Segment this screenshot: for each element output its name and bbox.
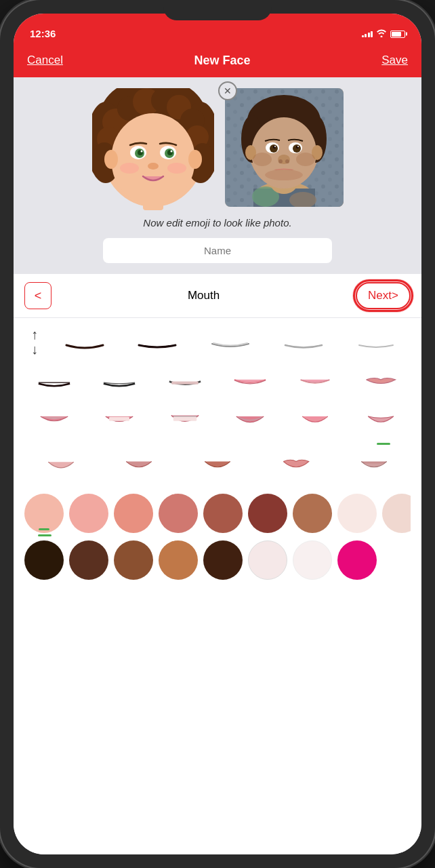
mouth-option-9[interactable] [220,364,280,398]
mouth-option-21[interactable] [260,448,333,481]
mouth-option-4[interactable] [269,325,338,359]
mouth-row-2 [24,364,411,398]
color-swatch-4[interactable] [159,494,198,533]
color-swatch-1[interactable] [24,494,64,533]
photo-preview-container: ✕ [225,88,344,207]
svg-point-23 [140,151,142,153]
mouth-option-8[interactable] [155,364,215,398]
photo-face-svg [225,88,344,207]
phone-frame: 12:36 [0,0,435,868]
color-swatch-17[interactable] [337,540,377,580]
emoji-face-svg [92,88,214,210]
color-swatch-3[interactable] [114,494,153,533]
svg-point-47 [270,144,278,153]
battery-icon [390,31,405,38]
color-swatch-9[interactable] [382,494,411,533]
close-photo-button[interactable]: ✕ [218,81,237,100]
mouth-option-12[interactable] [24,403,84,437]
emoji-preview [92,88,214,210]
svg-rect-61 [173,416,197,421]
mouth-option-7[interactable] [89,364,149,398]
selected-indicator [377,443,390,445]
next-button[interactable]: Next> [356,282,411,309]
back-button[interactable]: < [24,282,51,309]
name-input[interactable] [103,238,331,263]
svg-rect-28 [143,202,163,210]
color-swatch-13[interactable] [159,540,198,580]
section-title: Mouth [188,289,220,302]
swatch-selected-indicator [38,534,51,536]
mouth-options-section: ↑ ↓ [14,318,421,589]
color-swatch-12[interactable] [114,540,153,580]
color-swatch-14[interactable] [203,540,243,580]
mouth-row-3 [24,403,411,437]
svg-point-57 [253,153,272,166]
page-title: New Face [194,54,251,68]
photo-preview [225,88,344,207]
wifi-icon [376,28,387,39]
mouth-option-18[interactable] [24,448,98,481]
instruction-text: Now edit emoji to look like photo. [143,216,291,230]
svg-point-14 [111,113,195,205]
mouth-option-20[interactable] [181,448,254,481]
save-button[interactable]: Save [381,54,408,67]
phone-screen: 12:36 [14,14,421,854]
mouth-option-15[interactable] [220,403,280,437]
preview-area: ✕ [14,77,421,274]
mouth-option-11[interactable] [351,364,411,398]
svg-point-25 [148,163,159,170]
nav-bar: Cancel New Face Save [14,43,421,77]
svg-point-26 [120,163,139,174]
status-icons [362,28,406,39]
svg-point-55 [285,159,289,163]
color-swatch-8[interactable] [337,494,377,533]
signal-bars-icon [362,31,373,37]
status-time: 12:36 [30,28,56,39]
svg-point-15 [104,150,118,169]
svg-point-52 [297,146,299,147]
cancel-button[interactable]: Cancel [27,54,63,67]
color-swatch-6[interactable] [248,494,287,533]
mouth-option-19[interactable] [103,448,176,481]
mouth-option-13[interactable] [89,403,149,437]
mouth-option-17[interactable] [351,403,411,437]
color-swatch-5[interactable] [203,494,243,533]
color-swatch-15[interactable] [248,540,287,580]
color-swatch-7[interactable] [293,494,332,533]
selector-header: < Mouth Next> [14,274,421,318]
mouth-option-1[interactable] [50,325,119,359]
color-swatch-11[interactable] [69,540,108,580]
svg-point-16 [188,150,202,169]
svg-rect-59 [171,381,198,384]
svg-point-48 [293,144,301,153]
color-swatch-16[interactable] [293,540,332,580]
svg-point-24 [170,151,172,153]
mouth-option-3[interactable] [196,325,265,359]
mouth-row-4 [24,448,411,481]
battery-fill [392,32,401,37]
svg-point-58 [296,153,315,166]
mouth-option-10[interactable] [285,364,345,398]
name-input-container [27,238,408,263]
mouth-option-6[interactable] [24,364,84,398]
size-adjust-arrows[interactable]: ↑ ↓ [24,328,45,356]
svg-point-51 [274,146,276,147]
notch [163,0,272,20]
svg-point-54 [278,159,283,163]
svg-rect-60 [109,417,129,421]
selector-area: < Mouth Next> ↑ ↓ [14,274,421,854]
color-swatch-10[interactable] [24,540,64,580]
mouth-option-2[interactable] [123,325,192,359]
svg-point-27 [167,163,186,174]
mouth-option-22[interactable] [337,448,411,481]
mouth-option-16[interactable] [285,403,345,437]
color-swatch-2[interactable] [69,494,108,533]
svg-point-56 [265,170,303,180]
mouth-option-5[interactable] [341,325,411,359]
preview-row: ✕ [27,88,408,210]
mouth-option-14[interactable] [155,403,215,437]
